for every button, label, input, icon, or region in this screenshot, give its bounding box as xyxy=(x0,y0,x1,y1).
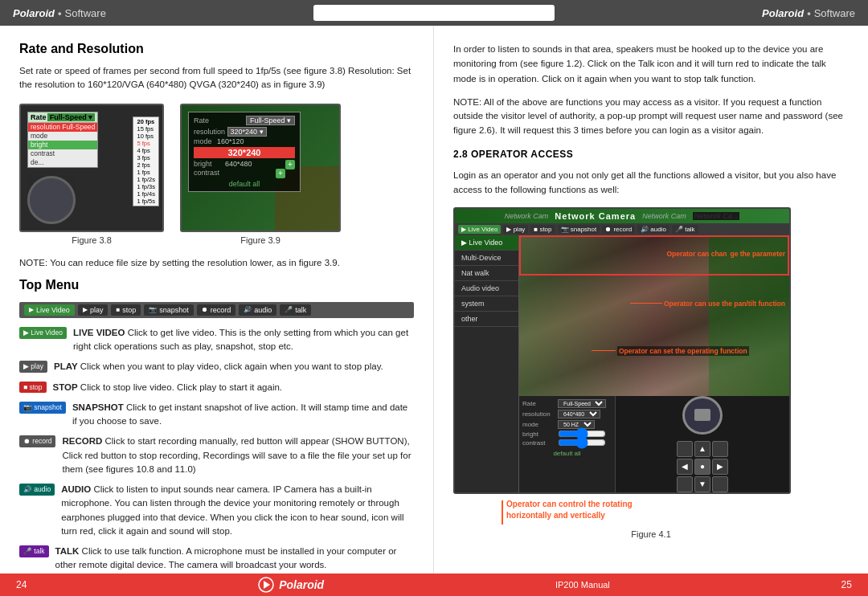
top-menu-bar: ▶ Live Video ▶ play ■ stop 📷 snapshot ⏺ … xyxy=(19,302,414,318)
play-inline-btn[interactable]: ▶ play xyxy=(19,361,47,373)
fig41-body: ▶ Live Video Multi-Device Nat walk Audio… xyxy=(455,235,789,492)
livevideo-desc: LIVE VIDEO Click to get live video. This… xyxy=(73,326,414,354)
list-item: 🔊 audio AUDIO Click to listen to input s… xyxy=(19,483,414,538)
arrow-upleft[interactable] xyxy=(677,441,693,457)
polaroid-logo-icon xyxy=(258,577,274,593)
talk-inline-btn[interactable]: 🎤 talk xyxy=(19,545,49,557)
footer-brand-name: Polaroid xyxy=(279,578,324,591)
menu-btn-stop[interactable]: ■ stop xyxy=(111,304,141,316)
fig41-btn-snapshot[interactable]: 📷 snapshot xyxy=(558,225,600,234)
menu-btn-livevideo[interactable]: ▶ Live Video xyxy=(24,304,75,316)
figure-38-image: Rate Full-Speed ▾ resolution Full-Speed … xyxy=(19,104,164,232)
sidebar-item-system[interactable]: system xyxy=(455,296,518,312)
fig39-caption: Figure 3.9 xyxy=(240,235,280,245)
arrow-center[interactable]: ● xyxy=(694,459,710,475)
arrow-downright[interactable] xyxy=(712,476,728,492)
livevideo-inline-btn[interactable]: ▶ Live Video xyxy=(19,327,67,339)
arrow-left[interactable]: ◀ xyxy=(677,459,693,475)
arrow-up[interactable]: ▲ xyxy=(694,441,710,457)
arrow-down[interactable]: ▼ xyxy=(694,476,710,492)
sidebar-item-other[interactable]: other xyxy=(455,312,518,327)
list-item: ▶ Live Video LIVE VIDEO Click to get liv… xyxy=(19,326,414,354)
sidebar-item-multidevice[interactable]: Multi-Device xyxy=(455,251,518,266)
svg-marker-1 xyxy=(264,581,270,589)
figure-38-box: Rate Full-Speed ▾ resolution Full-Speed … xyxy=(19,104,164,245)
sidebar-item-livevideo[interactable]: ▶ Live Video xyxy=(455,235,518,251)
list-item: 🎤 talk TALK Click to use talk function. … xyxy=(19,545,414,573)
section2-title: Top Menu xyxy=(19,278,414,292)
record-icon: ⏺ xyxy=(202,306,208,313)
fig41-btn-play[interactable]: ▶ play xyxy=(503,225,528,234)
brand-name-right: Polaroid xyxy=(762,7,804,19)
fig41-title: Network Camera xyxy=(555,211,636,221)
header-brand-left: Polaroid • Software xyxy=(13,7,106,19)
menu-btn-play[interactable]: ▶ play xyxy=(78,304,108,316)
menu-items-list: ▶ Live Video LIVE VIDEO Click to get liv… xyxy=(19,326,414,573)
stop-desc: STOP Click to stop live video. Click pla… xyxy=(53,381,283,394)
audio-icon: 🔊 xyxy=(244,306,252,313)
section-subtitle-28: 2.8 OPERATOR ACCESS xyxy=(453,149,849,160)
fig41-btn-talk[interactable]: 🎤 talk xyxy=(672,225,698,234)
snapshot-inline-btn[interactable]: 📷 snapshot xyxy=(19,402,66,414)
rate-table-38: Rate Full-Speed ▾ resolution Full-Speed … xyxy=(27,112,98,168)
camera-image-area: Operator can chan ge the parameter Opera… xyxy=(519,235,789,396)
resolution-select[interactable]: 640*480 xyxy=(558,410,600,418)
fig41-sidebar: ▶ Live Video Multi-Device Nat walk Audio… xyxy=(455,235,519,492)
arrow-right[interactable]: ▶ xyxy=(712,459,728,475)
main-content: Rate and Resolution Set rate or speed of… xyxy=(0,26,868,574)
arrow-pad: ▲ ◀ ● ▶ ▼ xyxy=(677,441,728,492)
contrast-slider[interactable] xyxy=(558,439,606,446)
list-item: ■ stop STOP Click to stop live video. Cl… xyxy=(19,381,414,394)
figure-39-image: Rate Full-Speed ▾ resolution 320*240 ▾ m… xyxy=(180,104,341,232)
fig41-toolbar: ▶ Live Video ▶ play ■ stop 📷 snapshot ⏺ … xyxy=(455,223,789,235)
talk-icon: 🎤 xyxy=(285,306,293,313)
annotation-rotating: Operator can control the rotatinghorizon… xyxy=(502,499,849,525)
section1-body: Set rate or speed of frames per second f… xyxy=(19,64,414,92)
fig41-btn-live[interactable]: ▶ Live Video xyxy=(458,225,501,234)
footer-brand-center: Polaroid xyxy=(258,577,324,593)
arrow-downleft[interactable] xyxy=(677,476,693,492)
header-brand-right: Polaroid • Software xyxy=(762,7,855,19)
figure-41-container: Network Cam Network Camera Network Cam N… xyxy=(453,207,791,494)
list-item: ▶ play PLAY Click when you want to play … xyxy=(19,360,414,374)
right-panel: In order to listen to sounds in that are… xyxy=(434,26,868,574)
camera-circle xyxy=(682,396,723,435)
rate-panel-41: Rate Full-Speed resolution 640*480 xyxy=(519,396,616,492)
menu-btn-record[interactable]: ⏺ record xyxy=(197,304,236,316)
figure-41-wrapper: Network Cam Network Camera Network Cam N… xyxy=(453,207,849,539)
fig41-caption: Figure 4.1 xyxy=(453,529,849,539)
search-input[interactable] xyxy=(313,5,555,21)
sidebar-item-audiovideo[interactable]: Audio video xyxy=(455,281,518,296)
default-all-label: default all xyxy=(522,450,612,457)
header-dot-left: • xyxy=(58,7,62,19)
menu-btn-snapshot[interactable]: 📷 snapshot xyxy=(144,304,194,316)
talk-desc: TALK Click to use talk function. A micro… xyxy=(55,545,414,573)
audio-desc: AUDIO Click to listen to input sounds ne… xyxy=(61,483,414,538)
footer-page-right: 25 xyxy=(841,579,852,590)
play-desc: PLAY Click when you want to play video, … xyxy=(54,360,383,374)
footer-page-left: 24 xyxy=(16,579,27,590)
fig41-btn-stop[interactable]: ■ stop xyxy=(530,225,555,234)
audio-inline-btn[interactable]: 🔊 audio xyxy=(19,484,55,496)
snapshot-desc: SNAPSHOT Click to get instant snapshot o… xyxy=(72,401,414,429)
stop-inline-btn[interactable]: ■ stop xyxy=(19,382,47,394)
list-item: ⏺ record RECORD Click to start recording… xyxy=(19,435,414,476)
sidebar-item-natwalk[interactable]: Nat walk xyxy=(455,266,518,281)
fig38-caption: Figure 3.8 xyxy=(72,235,112,245)
annotation-rotating-text: Operator can control the rotatinghorizon… xyxy=(506,499,633,521)
fig41-btn-audio[interactable]: 🔊 audio xyxy=(637,225,669,234)
figures-row: Rate Full-Speed ▾ resolution Full-Speed … xyxy=(19,104,414,245)
fig41-main: Operator can chan ge the parameter Opera… xyxy=(519,235,789,492)
arrow-upright[interactable] xyxy=(712,441,728,457)
left-panel: Rate and Resolution Set rate or speed of… xyxy=(0,26,434,574)
brand-name-left: Polaroid xyxy=(13,7,55,19)
menu-btn-audio[interactable]: 🔊 audio xyxy=(239,304,276,316)
arrow-controls-area: ▲ ◀ ● ▶ ▼ xyxy=(616,396,789,492)
list-item: 📷 snapshot SNAPSHOT Click to get instant… xyxy=(19,401,414,429)
note1-text: NOTE: You can reduce file size by settin… xyxy=(19,256,414,270)
stop-icon: ■ xyxy=(116,306,120,313)
menu-btn-talk[interactable]: 🎤 talk xyxy=(280,304,311,316)
rate-select[interactable]: Full-Speed xyxy=(558,399,606,408)
fig41-btn-record[interactable]: ⏺ record xyxy=(602,225,635,234)
record-inline-btn[interactable]: ⏺ record xyxy=(19,435,55,447)
